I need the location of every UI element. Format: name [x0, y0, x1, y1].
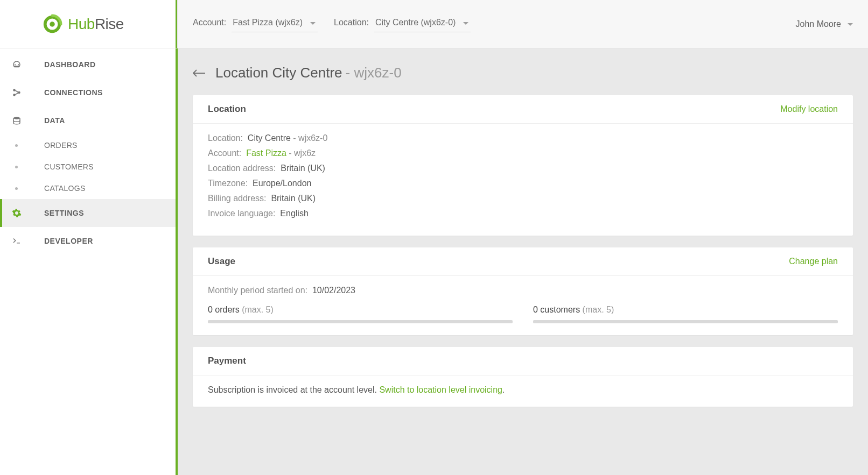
usage-card-title: Usage: [208, 256, 235, 267]
account-selector: Account: Fast Pizza (wjx6z): [193, 16, 318, 32]
location-value: City Centre (wjx6z-0): [375, 18, 456, 27]
gear-icon: [12, 208, 44, 218]
customers-usage: 0 customers (max. 5): [533, 305, 838, 323]
bullet-icon: [12, 166, 44, 168]
sidebar-sub-customers[interactable]: CUSTOMERS: [0, 156, 176, 178]
account-link[interactable]: Fast Pizza: [246, 148, 286, 158]
sidebar-item-label: SETTINGS: [44, 209, 84, 217]
page-prefix: Location: [215, 65, 272, 81]
bullet-icon: [12, 144, 44, 147]
account-row: Account: Fast Pizza - wjx6z: [208, 148, 838, 158]
sidebar-sub-orders[interactable]: ORDERS: [0, 134, 176, 156]
orders-progress: [208, 320, 513, 323]
sidebar-item-settings[interactable]: SETTINGS: [0, 199, 176, 227]
sidebar-sub-label: CUSTOMERS: [44, 162, 94, 171]
location-label: Location:: [334, 18, 369, 27]
sidebar-nav: DASHBOARD CONNECTIONS DATA ORDERS: [0, 48, 176, 255]
location-row: Location: City Centre - wjx6z-0: [208, 133, 838, 143]
content: Location City Centre - wjx6z-0 Location …: [178, 48, 868, 475]
back-arrow-icon[interactable]: [193, 68, 206, 78]
payment-card: Payment Subscription is invoiced at the …: [193, 347, 853, 407]
invoice-lang-row: Invoice language: English: [208, 209, 838, 218]
period-row: Monthly period started on: 10/02/2023: [208, 286, 838, 295]
account-dropdown[interactable]: Fast Pizza (wjx6z): [232, 16, 318, 32]
sidebar-item-data[interactable]: DATA: [0, 107, 176, 134]
modify-location-link[interactable]: Modify location: [780, 104, 838, 114]
bullet-icon: [12, 187, 44, 190]
svg-point-1: [50, 22, 55, 27]
customers-max: (max. 5): [580, 305, 614, 314]
account-label: Account:: [193, 18, 226, 27]
logo-text-accent: Hub: [68, 16, 95, 32]
location-dropdown[interactable]: City Centre (wjx6z-0): [374, 16, 471, 32]
logo[interactable]: HubRise: [0, 0, 178, 48]
sidebar: HubRise DASHBOARD CONNECTIONS DATA: [0, 0, 178, 475]
timezone-row: Timezone: Europe/London: [208, 179, 838, 188]
sidebar-sub-label: ORDERS: [44, 141, 78, 150]
topbar: Account: Fast Pizza (wjx6z) Location: Ci…: [178, 0, 868, 48]
location-card: Location Modify location Location: City …: [193, 95, 853, 236]
chevron-down-icon: [848, 23, 853, 26]
sidebar-item-label: DEVELOPER: [44, 237, 93, 245]
page-location-id: wjx6z-0: [354, 65, 401, 81]
svg-point-2: [13, 89, 16, 91]
page-location-name: City Centre: [272, 65, 342, 81]
orders-max: (max. 5): [240, 305, 274, 314]
user-menu[interactable]: John Moore: [796, 19, 853, 29]
customers-count: 0 customers: [533, 305, 580, 314]
payment-card-title: Payment: [208, 356, 246, 366]
data-icon: [12, 116, 44, 125]
sidebar-item-dashboard[interactable]: DASHBOARD: [0, 51, 176, 79]
sidebar-item-label: DASHBOARD: [44, 60, 96, 69]
connections-icon: [12, 88, 44, 97]
usage-card: Usage Change plan Monthly period started…: [193, 247, 853, 335]
location-card-title: Location: [208, 104, 246, 115]
payment-text: Subscription is invoiced at the account …: [208, 385, 838, 395]
logo-text-rest: Rise: [95, 16, 124, 32]
user-name: John Moore: [796, 19, 842, 29]
change-plan-link[interactable]: Change plan: [789, 257, 838, 266]
orders-count: 0 orders: [208, 305, 240, 314]
sidebar-sub-catalogs[interactable]: CATALOGS: [0, 178, 176, 199]
dashboard-icon: [12, 60, 44, 69]
sidebar-item-label: DATA: [44, 116, 65, 125]
switch-invoicing-link[interactable]: Switch to location level invoicing: [379, 385, 502, 394]
sidebar-sub-label: CATALOGS: [44, 184, 86, 193]
chevron-down-icon: [310, 22, 316, 25]
svg-point-4: [18, 91, 20, 94]
account-value: Fast Pizza (wjx6z): [233, 18, 303, 27]
location-selector: Location: City Centre (wjx6z-0): [334, 16, 471, 32]
sidebar-item-label: CONNECTIONS: [44, 88, 103, 97]
svg-point-3: [13, 94, 16, 96]
billing-row: Billing address: Britain (UK): [208, 194, 838, 203]
svg-point-5: [13, 117, 20, 119]
sidebar-item-connections[interactable]: CONNECTIONS: [0, 79, 176, 107]
orders-usage: 0 orders (max. 5): [208, 305, 513, 323]
chevron-down-icon: [463, 22, 468, 25]
hubrise-logo-icon: [42, 14, 62, 34]
sidebar-item-developer[interactable]: DEVELOPER: [0, 227, 176, 255]
page-title: Location City Centre - wjx6z-0: [193, 65, 853, 81]
customers-progress: [533, 320, 838, 323]
terminal-icon: [12, 236, 44, 246]
address-row: Location address: Britain (UK): [208, 164, 838, 173]
